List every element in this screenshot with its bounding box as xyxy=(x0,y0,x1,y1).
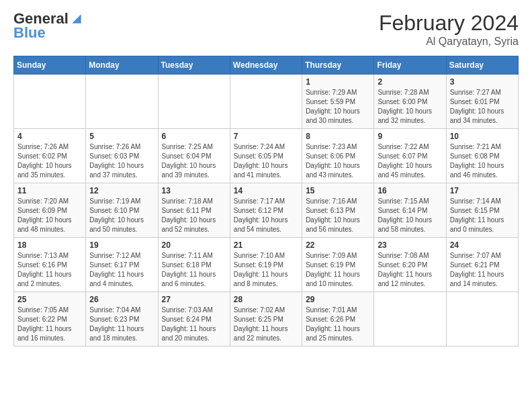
calendar-cell: 26Sunrise: 7:04 AM Sunset: 6:23 PM Dayli… xyxy=(86,292,158,347)
day-info: Sunrise: 7:16 AM Sunset: 6:13 PM Dayligh… xyxy=(306,197,370,234)
calendar-cell: 9Sunrise: 7:22 AM Sunset: 6:07 PM Daylig… xyxy=(374,129,446,183)
day-info: Sunrise: 7:01 AM Sunset: 6:26 PM Dayligh… xyxy=(306,306,370,343)
day-number: 8 xyxy=(306,132,370,141)
calendar-cell: 3Sunrise: 7:27 AM Sunset: 6:01 PM Daylig… xyxy=(446,75,518,129)
calendar-cell xyxy=(230,75,302,129)
day-number: 15 xyxy=(306,186,370,195)
day-number: 10 xyxy=(450,132,515,141)
day-info: Sunrise: 7:20 AM Sunset: 6:09 PM Dayligh… xyxy=(17,197,82,234)
calendar-cell: 29Sunrise: 7:01 AM Sunset: 6:26 PM Dayli… xyxy=(302,292,374,347)
day-number: 18 xyxy=(17,240,82,250)
weekday-header: Sunday xyxy=(14,56,86,75)
calendar-cell: 28Sunrise: 7:02 AM Sunset: 6:25 PM Dayli… xyxy=(230,292,302,347)
calendar-cell xyxy=(374,292,446,347)
calendar-cell: 20Sunrise: 7:11 AM Sunset: 6:18 PM Dayli… xyxy=(158,238,230,292)
calendar-cell: 1Sunrise: 7:29 AM Sunset: 5:59 PM Daylig… xyxy=(302,75,374,129)
calendar-week-row: 25Sunrise: 7:05 AM Sunset: 6:22 PM Dayli… xyxy=(14,292,519,347)
weekday-header: Tuesday xyxy=(158,56,230,75)
day-number: 9 xyxy=(378,132,442,141)
day-number: 27 xyxy=(162,295,226,304)
day-number: 3 xyxy=(450,77,515,87)
calendar-cell: 25Sunrise: 7:05 AM Sunset: 6:22 PM Dayli… xyxy=(14,292,86,347)
weekday-header: Thursday xyxy=(302,56,374,75)
weekday-header: Friday xyxy=(374,56,446,75)
day-number: 4 xyxy=(17,132,82,141)
day-info: Sunrise: 7:29 AM Sunset: 5:59 PM Dayligh… xyxy=(306,88,370,126)
calendar-cell: 8Sunrise: 7:23 AM Sunset: 6:06 PM Daylig… xyxy=(302,129,374,183)
day-info: Sunrise: 7:26 AM Sunset: 6:03 PM Dayligh… xyxy=(89,142,154,180)
day-info: Sunrise: 7:07 AM Sunset: 6:21 PM Dayligh… xyxy=(450,251,515,289)
day-info: Sunrise: 7:26 AM Sunset: 6:02 PM Dayligh… xyxy=(17,142,82,180)
logo: General Blue xyxy=(13,11,83,42)
day-number: 24 xyxy=(450,240,515,250)
day-number: 16 xyxy=(378,186,442,195)
day-info: Sunrise: 7:22 AM Sunset: 6:07 PM Dayligh… xyxy=(378,142,442,180)
calendar-cell: 15Sunrise: 7:16 AM Sunset: 6:13 PM Dayli… xyxy=(302,183,374,238)
day-info: Sunrise: 7:25 AM Sunset: 6:04 PM Dayligh… xyxy=(162,142,226,180)
calendar-cell: 24Sunrise: 7:07 AM Sunset: 6:21 PM Dayli… xyxy=(446,238,518,292)
day-number: 17 xyxy=(450,186,515,195)
calendar-cell: 17Sunrise: 7:14 AM Sunset: 6:15 PM Dayli… xyxy=(446,183,518,238)
calendar-cell: 16Sunrise: 7:15 AM Sunset: 6:14 PM Dayli… xyxy=(374,183,446,238)
day-number: 13 xyxy=(162,186,226,195)
day-info: Sunrise: 7:19 AM Sunset: 6:10 PM Dayligh… xyxy=(89,197,154,234)
day-info: Sunrise: 7:27 AM Sunset: 6:01 PM Dayligh… xyxy=(450,88,515,126)
day-info: Sunrise: 7:15 AM Sunset: 6:14 PM Dayligh… xyxy=(378,197,442,234)
day-number: 1 xyxy=(306,77,370,87)
weekday-header: Wednesday xyxy=(230,56,302,75)
calendar-cell: 7Sunrise: 7:24 AM Sunset: 6:05 PM Daylig… xyxy=(230,129,302,183)
weekday-header: Saturday xyxy=(446,56,518,75)
day-info: Sunrise: 7:11 AM Sunset: 6:18 PM Dayligh… xyxy=(162,251,226,289)
day-number: 5 xyxy=(89,132,154,141)
calendar-cell: 12Sunrise: 7:19 AM Sunset: 6:10 PM Dayli… xyxy=(86,183,158,238)
day-info: Sunrise: 7:21 AM Sunset: 6:08 PM Dayligh… xyxy=(450,142,515,180)
day-info: Sunrise: 7:28 AM Sunset: 6:00 PM Dayligh… xyxy=(378,88,442,126)
calendar-table: SundayMondayTuesdayWednesdayThursdayFrid… xyxy=(13,56,519,347)
calendar-cell: 19Sunrise: 7:12 AM Sunset: 6:17 PM Dayli… xyxy=(86,238,158,292)
calendar-cell: 18Sunrise: 7:13 AM Sunset: 6:16 PM Dayli… xyxy=(14,238,86,292)
calendar-cell: 23Sunrise: 7:08 AM Sunset: 6:20 PM Dayli… xyxy=(374,238,446,292)
svg-marker-0 xyxy=(72,14,81,23)
day-info: Sunrise: 7:08 AM Sunset: 6:20 PM Dayligh… xyxy=(378,251,442,289)
day-number: 20 xyxy=(162,240,226,250)
calendar-cell: 4Sunrise: 7:26 AM Sunset: 6:02 PM Daylig… xyxy=(14,129,86,183)
day-info: Sunrise: 7:04 AM Sunset: 6:23 PM Dayligh… xyxy=(89,306,154,343)
day-number: 26 xyxy=(89,295,154,304)
day-number: 11 xyxy=(17,186,82,195)
weekday-header: Monday xyxy=(86,56,158,75)
day-number: 6 xyxy=(162,132,226,141)
calendar-cell: 21Sunrise: 7:10 AM Sunset: 6:19 PM Dayli… xyxy=(230,238,302,292)
page-header: General Blue February 2024 Al Qaryatayn,… xyxy=(13,11,519,48)
day-number: 25 xyxy=(17,295,82,304)
day-number: 28 xyxy=(234,295,298,304)
calendar-cell xyxy=(86,75,158,129)
day-number: 12 xyxy=(89,186,154,195)
day-info: Sunrise: 7:24 AM Sunset: 6:05 PM Dayligh… xyxy=(234,142,298,180)
calendar-cell: 11Sunrise: 7:20 AM Sunset: 6:09 PM Dayli… xyxy=(14,183,86,238)
calendar-cell: 6Sunrise: 7:25 AM Sunset: 6:04 PM Daylig… xyxy=(158,129,230,183)
calendar-cell: 13Sunrise: 7:18 AM Sunset: 6:11 PM Dayli… xyxy=(158,183,230,238)
logo-icon xyxy=(70,12,83,26)
calendar-week-row: 18Sunrise: 7:13 AM Sunset: 6:16 PM Dayli… xyxy=(14,238,519,292)
day-number: 14 xyxy=(234,186,298,195)
calendar-cell xyxy=(14,75,86,129)
day-number: 22 xyxy=(306,240,370,250)
calendar-cell: 27Sunrise: 7:03 AM Sunset: 6:24 PM Dayli… xyxy=(158,292,230,347)
location-subtitle: Al Qaryatayn, Syria xyxy=(379,36,519,48)
day-info: Sunrise: 7:05 AM Sunset: 6:22 PM Dayligh… xyxy=(17,306,82,343)
calendar-cell: 14Sunrise: 7:17 AM Sunset: 6:12 PM Dayli… xyxy=(230,183,302,238)
calendar-week-row: 1Sunrise: 7:29 AM Sunset: 5:59 PM Daylig… xyxy=(14,75,519,129)
calendar-cell xyxy=(446,292,518,347)
day-info: Sunrise: 7:09 AM Sunset: 6:19 PM Dayligh… xyxy=(306,251,370,289)
day-info: Sunrise: 7:13 AM Sunset: 6:16 PM Dayligh… xyxy=(17,251,82,289)
calendar-cell: 5Sunrise: 7:26 AM Sunset: 6:03 PM Daylig… xyxy=(86,129,158,183)
month-title: February 2024 xyxy=(379,11,519,36)
day-number: 19 xyxy=(89,240,154,250)
day-number: 21 xyxy=(234,240,298,250)
day-info: Sunrise: 7:10 AM Sunset: 6:19 PM Dayligh… xyxy=(234,251,298,289)
title-block: February 2024 Al Qaryatayn, Syria xyxy=(379,11,519,48)
calendar-cell: 2Sunrise: 7:28 AM Sunset: 6:00 PM Daylig… xyxy=(374,75,446,129)
day-info: Sunrise: 7:03 AM Sunset: 6:24 PM Dayligh… xyxy=(162,306,226,343)
day-info: Sunrise: 7:18 AM Sunset: 6:11 PM Dayligh… xyxy=(162,197,226,234)
calendar-week-row: 11Sunrise: 7:20 AM Sunset: 6:09 PM Dayli… xyxy=(14,183,519,238)
